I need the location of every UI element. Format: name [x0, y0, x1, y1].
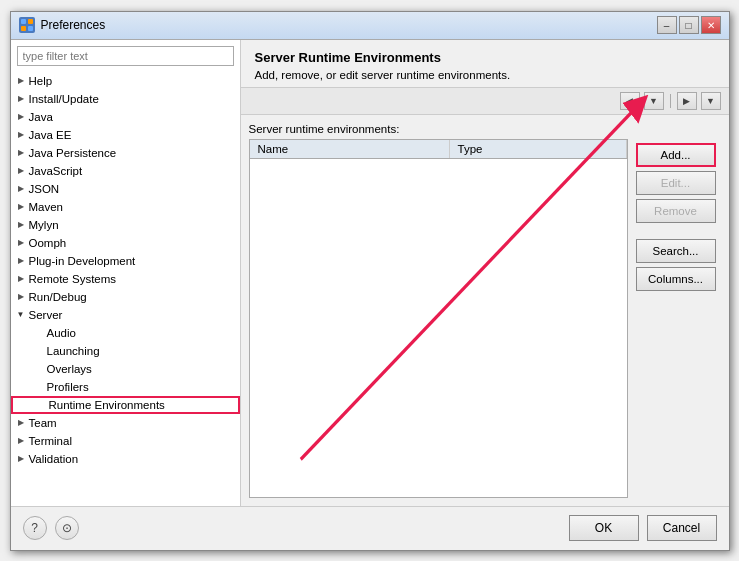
- table-wrapper: Name Type: [249, 139, 628, 498]
- forward-dropdown-button[interactable]: ▼: [701, 92, 721, 110]
- tree-arrow: ▶: [15, 255, 27, 267]
- dialog-title: Preferences: [41, 18, 106, 32]
- tree-item-validation[interactable]: ▶Validation: [11, 450, 240, 468]
- footer-left: ? ⊙: [23, 516, 79, 540]
- tree-item-label: Team: [29, 417, 57, 429]
- ok-button[interactable]: OK: [569, 515, 639, 541]
- tree-item-label: Runtime Environments: [49, 399, 165, 411]
- preferences-dialog: Preferences – □ ✕ ▶Help▶Install/Update▶J…: [10, 11, 730, 551]
- tree-item-json[interactable]: ▶JSON: [11, 180, 240, 198]
- column-header-type: Type: [450, 140, 627, 158]
- action-buttons: Add... Edit... Remove Search... Columns.…: [636, 123, 721, 498]
- left-panel: ▶Help▶Install/Update▶Java▶Java EE▶Java P…: [11, 40, 241, 506]
- tree-item-label: Remote Systems: [29, 273, 117, 285]
- minimize-button[interactable]: –: [657, 16, 677, 34]
- add-button[interactable]: Add...: [636, 143, 716, 167]
- tree-arrow: ▶: [15, 75, 27, 87]
- right-content: Server runtime environments: Name Type A…: [241, 115, 729, 506]
- info-button[interactable]: ⊙: [55, 516, 79, 540]
- tree-item-label: Oomph: [29, 237, 67, 249]
- table-body: [250, 159, 627, 492]
- table-section: Server runtime environments: Name Type: [249, 123, 628, 498]
- tree-item-plugin-development[interactable]: ▶Plug-in Development: [11, 252, 240, 270]
- tree-item-javascript[interactable]: ▶JavaScript: [11, 162, 240, 180]
- footer-right: OK Cancel: [569, 515, 717, 541]
- button-spacer: [636, 227, 721, 235]
- back-button[interactable]: ◀: [620, 92, 640, 110]
- tree-item-terminal[interactable]: ▶Terminal: [11, 432, 240, 450]
- section-description: Add, remove, or edit server runtime envi…: [255, 69, 715, 81]
- tree-arrow: ▶: [15, 417, 27, 429]
- tree-item-label: Validation: [29, 453, 79, 465]
- tree-item-label: Overlays: [47, 363, 92, 375]
- tree-arrow: ▶: [15, 147, 27, 159]
- tree-item-runtime-environments[interactable]: Runtime Environments: [11, 396, 240, 414]
- nav-dropdown-button[interactable]: ▼: [644, 92, 664, 110]
- remove-button[interactable]: Remove: [636, 199, 716, 223]
- svg-rect-0: [21, 19, 26, 24]
- tree-arrow: ▶: [15, 183, 27, 195]
- help-button[interactable]: ?: [23, 516, 47, 540]
- tree-item-label: Help: [29, 75, 53, 87]
- tree-item-install-update[interactable]: ▶Install/Update: [11, 90, 240, 108]
- tree-item-launching[interactable]: Launching: [11, 342, 240, 360]
- section-title: Server Runtime Environments: [255, 50, 715, 65]
- dialog-body: ▶Help▶Install/Update▶Java▶Java EE▶Java P…: [11, 40, 729, 506]
- tree-item-remote-systems[interactable]: ▶Remote Systems: [11, 270, 240, 288]
- tree-item-java[interactable]: ▶Java: [11, 108, 240, 126]
- tree-arrow: ▶: [15, 453, 27, 465]
- window-controls: – □ ✕: [657, 16, 721, 34]
- tree-item-label: Maven: [29, 201, 64, 213]
- tree-arrow: ▶: [15, 93, 27, 105]
- cancel-button[interactable]: Cancel: [647, 515, 717, 541]
- edit-button[interactable]: Edit...: [636, 171, 716, 195]
- tree-item-oomph[interactable]: ▶Oomph: [11, 234, 240, 252]
- tree-arrow: ▶: [15, 273, 27, 285]
- title-bar: Preferences – □ ✕: [11, 12, 729, 40]
- column-header-name: Name: [250, 140, 450, 158]
- tree-item-label: Java EE: [29, 129, 72, 141]
- tree-item-profilers[interactable]: Profilers: [11, 378, 240, 396]
- tree-item-label: Install/Update: [29, 93, 99, 105]
- tree-item-mylyn[interactable]: ▶Mylyn: [11, 216, 240, 234]
- tree-item-label: Terminal: [29, 435, 72, 447]
- tree-arrow: ▶: [15, 237, 27, 249]
- dialog-icon: [19, 17, 35, 33]
- svg-rect-3: [28, 26, 33, 31]
- filter-input[interactable]: [17, 46, 234, 66]
- tree-arrow: ▶: [15, 219, 27, 231]
- tree-item-run-debug[interactable]: ▶Run/Debug: [11, 288, 240, 306]
- columns-button[interactable]: Columns...: [636, 267, 716, 291]
- dialog-footer: ? ⊙ OK Cancel: [11, 506, 729, 550]
- tree-item-label: JSON: [29, 183, 60, 195]
- nav-separator: [670, 94, 671, 108]
- maximize-button[interactable]: □: [679, 16, 699, 34]
- tree-scroll[interactable]: ▶Help▶Install/Update▶Java▶Java EE▶Java P…: [11, 72, 240, 506]
- tree-item-audio[interactable]: Audio: [11, 324, 240, 342]
- tree-arrow: ▶: [15, 291, 27, 303]
- tree-item-maven[interactable]: ▶Maven: [11, 198, 240, 216]
- tree-item-help[interactable]: ▶Help: [11, 72, 240, 90]
- table-header: Name Type: [250, 140, 627, 159]
- tree-item-label: JavaScript: [29, 165, 83, 177]
- right-panel-wrapper: Server Runtime Environments Add, remove,…: [241, 40, 729, 506]
- tree-item-label: Plug-in Development: [29, 255, 136, 267]
- tree-arrow: ▶: [15, 111, 27, 123]
- search-button[interactable]: Search...: [636, 239, 716, 263]
- tree-container: ▶Help▶Install/Update▶Java▶Java EE▶Java P…: [11, 72, 240, 506]
- tree-item-label: Server: [29, 309, 63, 321]
- tree-item-label: Profilers: [47, 381, 89, 393]
- tree-item-label: Java: [29, 111, 53, 123]
- tree-item-java-persistence[interactable]: ▶Java Persistence: [11, 144, 240, 162]
- nav-bar: ◀ ▼ ▶ ▼: [241, 88, 729, 115]
- tree-arrow: ▶: [15, 201, 27, 213]
- forward-button[interactable]: ▶: [677, 92, 697, 110]
- close-button[interactable]: ✕: [701, 16, 721, 34]
- tree-item-java-ee[interactable]: ▶Java EE: [11, 126, 240, 144]
- tree-arrow: ▶: [15, 165, 27, 177]
- tree-arrow: ▶: [15, 129, 27, 141]
- tree-item-overlays[interactable]: Overlays: [11, 360, 240, 378]
- tree-item-team[interactable]: ▶Team: [11, 414, 240, 432]
- tree-item-label: Java Persistence: [29, 147, 117, 159]
- tree-item-server[interactable]: ▼Server: [11, 306, 240, 324]
